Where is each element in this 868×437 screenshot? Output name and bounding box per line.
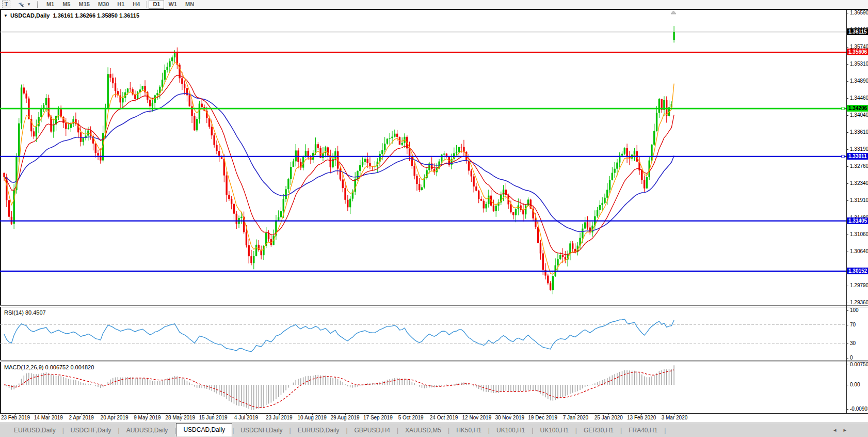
timeframe-separator (146, 1, 147, 8)
time-tick-label: 30 Nov 2019 (495, 415, 524, 420)
price-tick (846, 286, 848, 286)
price-tick (846, 303, 848, 303)
tab-ger30-h1[interactable]: GER30,H1 (577, 425, 620, 436)
rsi-indicator-label: RSI(14) 80.4507 (4, 309, 46, 316)
timeframe-button-mn[interactable]: MN (181, 0, 198, 9)
price-tick (846, 64, 848, 65)
macd-tick-label: 0.007503 (850, 362, 868, 367)
price-tick (846, 98, 848, 99)
macd-tick-label: 0.00 (850, 382, 860, 387)
tab-usdcad-daily[interactable]: USDCAD,Daily (176, 423, 232, 436)
price-label-box: 1.30152 (847, 268, 868, 274)
drawing-tools-button[interactable]: ▼ (18, 0, 31, 9)
time-tick-label: 19 Dec 2019 (528, 415, 557, 420)
time-tick-label: 14 Mar 2019 (34, 415, 63, 420)
timeframe-button-m5[interactable]: M5 (58, 0, 74, 9)
time-tick-label: 13 Feb 2020 (627, 415, 656, 420)
hline-handle[interactable] (842, 107, 844, 110)
tab-scroll-left-icon[interactable]: ◂ (833, 427, 844, 433)
macd-tick (846, 409, 848, 410)
time-tick-label: 10 Aug 2019 (298, 415, 327, 420)
time-tick-label: 28 May 2019 (165, 415, 195, 420)
time-tick-label: 4 Jul 2019 (234, 415, 258, 420)
time-axis-line (0, 413, 868, 414)
macd-tick-label: -0.009033 (850, 406, 868, 412)
ma-fast-line[interactable] (4, 63, 674, 274)
candles (3, 26, 674, 294)
chart-ohlc-values: 1.36161 1.36266 1.35850 1.36115 (53, 12, 139, 19)
rsi-tick-label: 30 (850, 340, 856, 346)
rsi-tick-label: 70 (850, 322, 856, 327)
horizontal-lines[interactable] (0, 52, 846, 271)
chart-shift-icon[interactable] (671, 11, 676, 14)
tab-uk100-h1[interactable]: UK100,H1 (490, 425, 532, 436)
price-tick (846, 115, 848, 116)
timeframe-button-m15[interactable]: M15 (74, 0, 93, 9)
text-tool-button[interactable]: T (2, 1, 10, 8)
price-label-box: 1.35606 (847, 49, 868, 55)
price-tick-label: 1.32760 (850, 163, 868, 169)
price-tick-label: 1.29360 (850, 300, 868, 305)
symbol-dropdown-icon[interactable]: ▼ (4, 13, 8, 18)
time-tick-label: 12 Nov 2019 (462, 415, 492, 420)
price-tick-label: 1.36590 (850, 10, 868, 15)
timeframe-button-m1[interactable]: M1 (42, 0, 58, 9)
price-tick-label: 1.34040 (850, 112, 868, 118)
toolbar-grip (37, 1, 38, 8)
timeframe-button-h4[interactable]: H4 (128, 0, 144, 9)
price-tick-label: 1.31060 (850, 231, 868, 237)
ma-mid-line[interactable] (4, 75, 674, 254)
tab-scroll-right-icon[interactable]: ▸ (843, 427, 854, 433)
price-tick-label: 1.29790 (850, 283, 868, 288)
price-tick-label: 1.31910 (850, 197, 868, 203)
price-tick (846, 235, 848, 235)
price-tick-label: 1.33610 (850, 129, 868, 135)
price-tick (846, 183, 848, 184)
time-tick-label: 29 Aug 2019 (330, 415, 359, 420)
tab-usdchf-daily[interactable]: USDCHF,Daily (64, 425, 118, 436)
timeframe-button-w1[interactable]: W1 (164, 0, 181, 9)
time-tick-label: 17 Sep 2019 (363, 415, 393, 420)
rsi-tick (846, 358, 848, 358)
timeframe-button-h1[interactable]: H1 (113, 0, 128, 9)
price-tick-label: 1.33190 (850, 146, 868, 152)
time-tick-label: 23 Feb 2019 (1, 415, 30, 420)
tab-eurusd-daily[interactable]: EURUSD,Daily (7, 425, 62, 436)
tab-usdcnh-daily[interactable]: USDCNH,Daily (234, 425, 289, 436)
tab-uk100-h1[interactable]: UK100,H1 (533, 425, 575, 436)
hline-handle[interactable] (842, 155, 844, 158)
toolbar: T ▼ M1M5M15M30H1H4D1W1MN (0, 0, 868, 9)
price-tick (846, 149, 848, 150)
time-tick-label: 20 Apr 2019 (101, 415, 128, 420)
main-price-panel[interactable] (0, 10, 868, 305)
tab-xauusd-m5[interactable]: XAUUSD,M5 (398, 425, 448, 436)
rsi-tick (846, 344, 848, 344)
tab-audusd-daily[interactable]: AUDUSD,Daily (120, 425, 175, 436)
price-tick (846, 47, 848, 48)
rsi-panel[interactable] (0, 307, 868, 360)
rsi-tick (846, 325, 848, 325)
tab-gbpusd-h4[interactable]: GBPUSD,H4 (348, 425, 397, 436)
tab-fra40-h1[interactable]: FRA40,H1 (622, 425, 664, 436)
macd-tick (846, 385, 848, 385)
price-tick (846, 13, 848, 13)
chart-title: ▼USDCAD,Daily 1.36161 1.36266 1.35850 1.… (4, 12, 139, 19)
price-axis-line (846, 10, 847, 414)
tab-separator: | (664, 427, 666, 434)
macd-indicator-label: MACD(12,26,9) 0.006752 0.004820 (4, 364, 94, 370)
macd-panel[interactable] (0, 362, 868, 413)
rsi-line[interactable] (4, 319, 674, 352)
timeframe-button-m30[interactable]: M30 (94, 0, 113, 9)
price-tick-label: 1.34890 (850, 78, 868, 84)
mt4-terminal: T ▼ M1M5M15M30H1H4D1W1MN ▼USDCAD,Daily 1… (0, 0, 868, 437)
tab-eurusd-daily[interactable]: EURUSD,Daily (291, 425, 346, 436)
price-label-box: 1.34206 (847, 105, 868, 112)
time-tick-label: 7 Jan 2020 (563, 415, 589, 420)
price-tick (846, 132, 848, 133)
tab-hk50-h1[interactable]: HK50,H1 (449, 425, 488, 436)
macd-histogram (4, 365, 674, 410)
time-tick-label: 23 Jul 2019 (266, 415, 293, 420)
macd-signal-line[interactable] (4, 370, 674, 408)
timeframe-button-d1[interactable]: D1 (149, 0, 164, 9)
time-tick-label: 2 Apr 2019 (69, 415, 94, 420)
